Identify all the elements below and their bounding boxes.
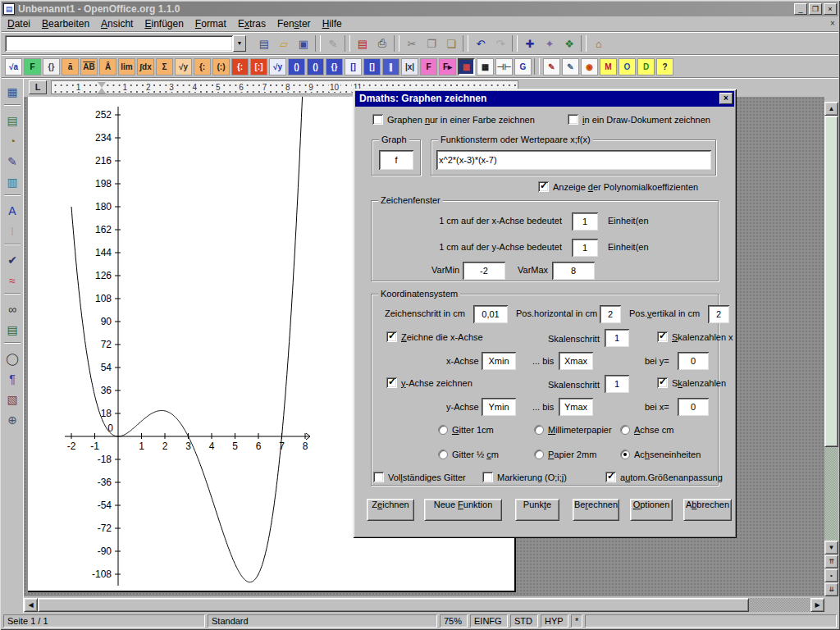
norm-icon[interactable]: ∥: [382, 58, 399, 75]
grid-1cm-radio[interactable]: Gitter 1cm: [438, 425, 494, 435]
grid-icon[interactable]: ▦: [477, 58, 494, 75]
function-pink-icon[interactable]: F: [420, 58, 437, 75]
scale-numbers-y-checkbox[interactable]: Skalenzahlen: [657, 377, 726, 388]
horizontal-scroll-thumb[interactable]: [38, 598, 749, 612]
optionen-button[interactable]: Optionen: [630, 499, 673, 521]
x-to-input[interactable]: [559, 352, 593, 370]
combo-dropdown-icon[interactable]: ▼: [233, 35, 246, 52]
menu-format[interactable]: Format: [189, 17, 232, 30]
paper-2mm-radio[interactable]: Papier 2mm: [534, 450, 596, 459]
angle-icon[interactable]: Â: [99, 58, 116, 75]
url-input[interactable]: [5, 35, 233, 52]
vector-icon[interactable]: ā: [62, 58, 79, 75]
segment-icon[interactable]: AB: [80, 58, 98, 75]
menu-extras[interactable]: Extras: [232, 17, 272, 30]
step-input[interactable]: [473, 305, 508, 323]
draw-document-checkbox[interactable]: in ein Draw-Dokument zeichnen: [568, 114, 710, 125]
bracket-light-icon[interactable]: []: [345, 58, 362, 75]
graphics-toggle-icon[interactable]: ▧: [2, 389, 22, 409]
maximize-icon[interactable]: ❐: [809, 3, 822, 15]
x-from-input[interactable]: [482, 352, 516, 370]
find-icon[interactable]: ∞: [2, 299, 22, 319]
d-icon[interactable]: D: [637, 58, 655, 75]
menu-ansicht[interactable]: Ansicht: [95, 17, 139, 30]
draw-graph-icon[interactable]: ▦: [458, 58, 475, 75]
abs-icon[interactable]: |x|: [401, 58, 418, 75]
scale-step-x-input[interactable]: [605, 329, 629, 347]
horizontal-scroll-track[interactable]: [38, 598, 810, 612]
menu-bearbeiten[interactable]: Bearbeiten: [36, 17, 95, 30]
online-layout-icon[interactable]: ⊕: [2, 409, 22, 430]
punkte-button[interactable]: Punkte: [515, 499, 559, 521]
auto-size-checkbox[interactable]: autom.Größenanpassung: [605, 472, 723, 482]
berechnen-button[interactable]: Berechnen: [573, 499, 619, 521]
previous-page-icon[interactable]: ⇈: [824, 555, 838, 568]
close-document-icon[interactable]: ×: [827, 19, 838, 30]
scale-step-y-input[interactable]: [605, 375, 629, 393]
next-page-icon[interactable]: ⇊: [824, 582, 838, 596]
y-from-input[interactable]: [482, 398, 516, 416]
full-grid-checkbox[interactable]: Vollständiges Gitter: [373, 472, 466, 482]
save-icon[interactable]: ▣: [294, 34, 313, 52]
data-sources-icon[interactable]: ▤: [2, 319, 22, 340]
m-icon[interactable]: M: [600, 58, 617, 75]
scroll-right-icon[interactable]: ▶: [810, 598, 824, 612]
horizontal-scrollbar[interactable]: ◀ ▶: [24, 596, 824, 613]
scale-numbers-x-checkbox[interactable]: Skalenzahlen x: [657, 331, 733, 342]
insert-table-icon[interactable]: ▦: [2, 81, 22, 102]
status-page[interactable]: Seite 1 / 1: [3, 614, 205, 628]
varmin-input[interactable]: [463, 262, 505, 280]
formula-edit-icon[interactable]: ✎: [562, 58, 579, 75]
zoom-icon[interactable]: ◯: [2, 348, 22, 368]
limit-icon[interactable]: lim: [118, 58, 135, 75]
g-icon[interactable]: G: [514, 58, 532, 75]
gallery-icon[interactable]: ❖: [559, 34, 579, 52]
minimize-icon[interactable]: _: [794, 3, 807, 15]
single-color-checkbox[interactable]: Graphen nur in einer Farbe zeichnen: [372, 114, 535, 125]
bracket-red-icon[interactable]: [:]: [250, 58, 267, 75]
axis-units-radio[interactable]: Achseneinheiten: [620, 450, 701, 459]
brace-red-icon[interactable]: {:: [231, 58, 249, 75]
neue-funktion-button[interactable]: Neue Funktion: [424, 499, 502, 521]
scroll-down-icon[interactable]: ▼: [824, 541, 838, 555]
vertical-scrollbar[interactable]: ▲ ▼ ⇈ • ⇊: [824, 102, 838, 596]
vertical-scroll-track[interactable]: [824, 116, 838, 541]
grid-half-cm-radio[interactable]: Gitter ½ cm: [438, 450, 499, 459]
navigation-dot-icon[interactable]: •: [824, 568, 838, 582]
copy-icon[interactable]: ❐: [422, 34, 441, 52]
scroll-up-icon[interactable]: ▲: [824, 102, 838, 116]
root-orange-icon[interactable]: √y: [175, 58, 192, 75]
status-page-style[interactable]: Standard: [208, 614, 437, 628]
sum-icon[interactable]: Σ: [156, 58, 173, 75]
braces-icon[interactable]: {}: [43, 58, 60, 75]
graph-name-input[interactable]: [379, 150, 413, 170]
autopilot-icon[interactable]: ✦: [540, 34, 559, 52]
draw-y-axis-checkbox[interactable]: y-Achse zeichnen: [386, 377, 472, 388]
polynomial-coefficients-checkbox[interactable]: Anzeige der Polynomialkoeffizienten: [538, 181, 698, 192]
cut-icon[interactable]: ✂: [402, 34, 422, 52]
brace-colon-icon[interactable]: {:: [194, 58, 211, 75]
at-y-input[interactable]: [678, 352, 709, 370]
insert-form-icon[interactable]: ▥: [2, 171, 22, 192]
diagram-icon[interactable]: ⊣⊢: [495, 58, 513, 75]
help-icon[interactable]: ?: [656, 58, 673, 75]
dialog-close-icon[interactable]: ×: [719, 93, 733, 104]
millimeter-paper-radio[interactable]: Millimeterpapier: [534, 425, 612, 435]
menu-fenster[interactable]: Fenster: [272, 17, 317, 30]
draw-functions-icon[interactable]: ✎: [2, 151, 22, 171]
ruler-corner-button[interactable]: L: [29, 80, 47, 94]
root-blue-icon[interactable]: √y: [269, 58, 286, 75]
insert-graphics-icon[interactable]: ⌂: [589, 34, 609, 52]
axis-cm-radio[interactable]: Achse cm: [620, 425, 673, 435]
paren-blue-icon[interactable]: (): [288, 58, 305, 75]
vertical-scroll-thumb[interactable]: [824, 116, 838, 447]
function-pink-cursor-icon[interactable]: F▸: [439, 58, 456, 75]
close-icon[interactable]: ×: [824, 3, 837, 15]
menu-datei[interactable]: Datei: [2, 17, 36, 30]
navigator-icon[interactable]: ✚: [520, 34, 540, 52]
status-selection-mode[interactable]: STD: [510, 614, 538, 628]
function-green-icon[interactable]: F: [24, 58, 41, 75]
zeichnen-button[interactable]: Zeichnen: [367, 499, 414, 521]
status-hyperlink-mode[interactable]: HYP: [541, 614, 568, 628]
paste-icon[interactable]: ❏: [441, 34, 461, 52]
